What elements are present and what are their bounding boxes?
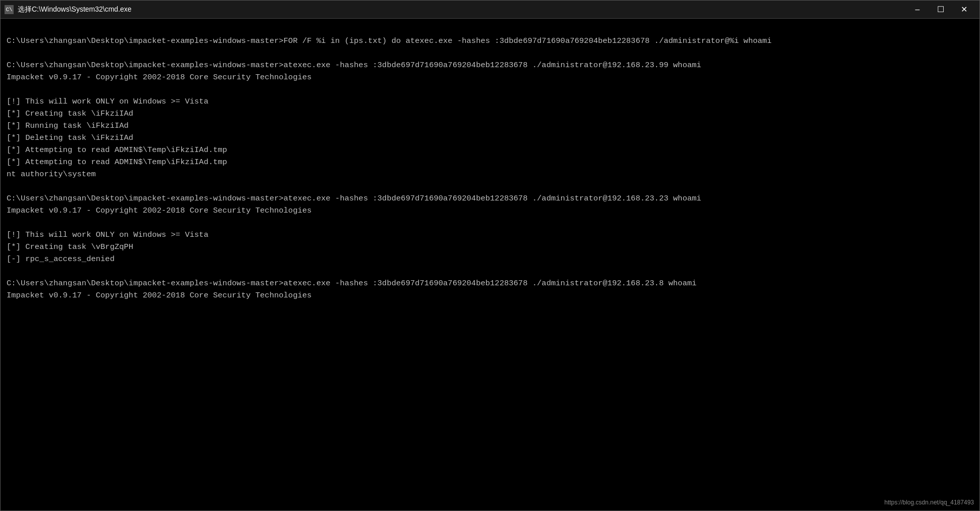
terminal-line: Impacket v0.9.17 - Copyright 2002-2018 C… bbox=[7, 289, 973, 301]
terminal-line bbox=[7, 180, 973, 192]
terminal-line bbox=[7, 47, 973, 59]
maximize-button[interactable]: ☐ bbox=[929, 1, 952, 19]
terminal-line: [*] Running task \iFkziIAd bbox=[7, 120, 973, 132]
terminal-line: Impacket v0.9.17 - Copyright 2002-2018 C… bbox=[7, 205, 973, 217]
terminal-line: nt authority\system bbox=[7, 168, 973, 180]
close-button[interactable]: ✕ bbox=[952, 1, 975, 19]
terminal-line bbox=[7, 314, 973, 326]
watermark: https://blog.csdn.net/qq_4187493 bbox=[885, 499, 974, 506]
terminal-line bbox=[7, 217, 973, 229]
terminal-line: C:\Users\zhangsan\Desktop\impacket-examp… bbox=[7, 59, 973, 71]
cmd-window: C\ 选择C:\Windows\System32\cmd.exe – ☐ ✕ C… bbox=[0, 0, 980, 511]
terminal-line bbox=[7, 265, 973, 277]
terminal-line bbox=[7, 23, 973, 35]
terminal-line: [-] rpc_s_access_denied bbox=[7, 253, 973, 265]
terminal-content[interactable]: C:\Users\zhangsan\Desktop\impacket-examp… bbox=[1, 19, 979, 510]
cmd-icon: C\ bbox=[5, 5, 14, 14]
window-title: 选择C:\Windows\System32\cmd.exe bbox=[18, 5, 906, 14]
terminal-line bbox=[7, 83, 973, 95]
terminal-line: C:\Users\zhangsan\Desktop\impacket-examp… bbox=[7, 277, 973, 289]
terminal-line: C:\Users\zhangsan\Desktop\impacket-examp… bbox=[7, 192, 973, 205]
terminal-line: C:\Users\zhangsan\Desktop\impacket-examp… bbox=[7, 35, 973, 47]
terminal-line: [*] Attempting to read ADMIN$\Temp\iFkzi… bbox=[7, 144, 973, 156]
window-controls: – ☐ ✕ bbox=[906, 1, 975, 19]
terminal-line: [*] Creating task \vBrgZqPH bbox=[7, 241, 973, 253]
terminal-line: [*] Attempting to read ADMIN$\Temp\iFkzi… bbox=[7, 156, 973, 168]
terminal-line: [*] Deleting task \iFkziIAd bbox=[7, 132, 973, 144]
terminal-line: [*] Creating task \iFkziIAd bbox=[7, 108, 973, 120]
terminal-line: Impacket v0.9.17 - Copyright 2002-2018 C… bbox=[7, 71, 973, 83]
terminal-line: [!] This will work ONLY on Windows >= Vi… bbox=[7, 229, 973, 241]
title-bar: C\ 选择C:\Windows\System32\cmd.exe – ☐ ✕ bbox=[1, 1, 979, 19]
terminal-line: [!] This will work ONLY on Windows >= Vi… bbox=[7, 95, 973, 108]
minimize-button[interactable]: – bbox=[906, 1, 929, 19]
terminal-line bbox=[7, 301, 973, 314]
